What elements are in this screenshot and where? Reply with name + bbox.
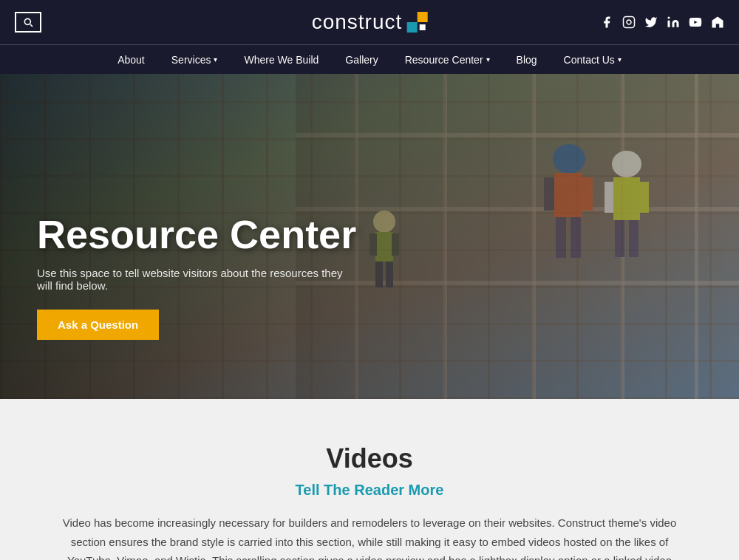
videos-section-subtitle: Tell The Reader More (30, 482, 709, 499)
header: construct (0, 0, 739, 44)
nav-item-about[interactable]: About (104, 45, 158, 75)
logo-white-square (419, 24, 425, 30)
nav-item-contact[interactable]: Contact Us ▾ (551, 45, 635, 75)
nav-item-resource-center[interactable]: Resource Center ▾ (392, 45, 503, 75)
instagram-icon[interactable] (622, 16, 636, 29)
nav-item-blog[interactable]: Blog (503, 45, 551, 75)
linkedin-icon[interactable] (667, 16, 680, 29)
search-icon (22, 16, 34, 28)
videos-section-title: Videos (30, 443, 709, 474)
videos-section: Videos Tell The Reader More Video has be… (0, 399, 739, 560)
nav-item-gallery[interactable]: Gallery (332, 45, 391, 75)
videos-description: Video has become increasingly necessary … (52, 513, 687, 560)
chevron-down-icon: ▾ (214, 55, 217, 64)
chevron-down-icon-3: ▾ (618, 55, 621, 64)
nav-item-services[interactable]: Services ▾ (158, 45, 231, 75)
logo-orange-square (417, 12, 427, 22)
hero-content: Resource Center Use this space to tell w… (0, 213, 393, 399)
hero-title: Resource Center (37, 213, 356, 256)
houzz-icon[interactable] (711, 16, 724, 29)
hero-section: Resource Center Use this space to tell w… (0, 74, 739, 399)
logo-area: construct (312, 10, 428, 34)
svg-point-2 (668, 17, 670, 19)
svg-rect-0 (624, 17, 635, 28)
search-button[interactable] (15, 12, 41, 33)
nav-item-where-we-build[interactable]: Where We Build (231, 45, 332, 75)
facebook-icon[interactable] (600, 16, 613, 29)
social-icons (600, 16, 724, 29)
twitter-icon[interactable] (644, 16, 658, 29)
hero-subtitle: Use this space to tell website visitors … (37, 267, 347, 292)
main-nav: About Services ▾ Where We Build Gallery … (0, 44, 739, 74)
chevron-down-icon-2: ▾ (486, 55, 490, 64)
logo-text: construct (312, 10, 403, 34)
ask-question-button[interactable]: Ask a Question (37, 310, 159, 340)
logo-blue-square (406, 22, 417, 33)
youtube-icon[interactable] (689, 16, 702, 29)
logo-icon (406, 12, 427, 33)
